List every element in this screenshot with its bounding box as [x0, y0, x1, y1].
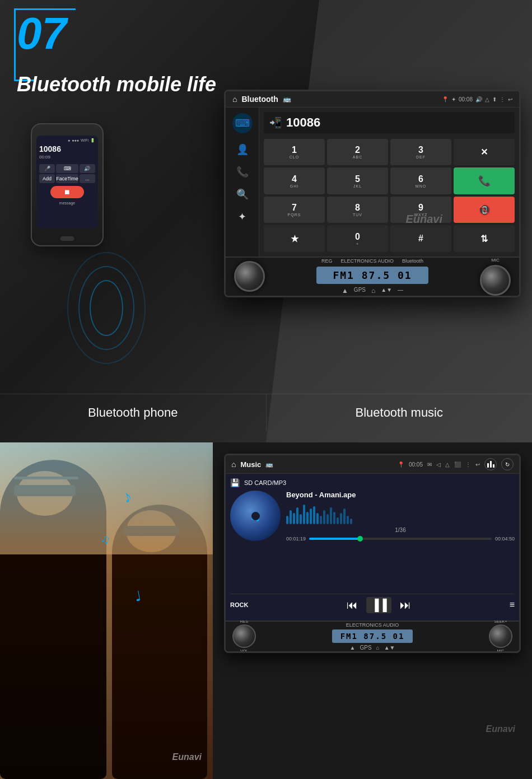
key-8[interactable]: 8 TUV: [327, 197, 388, 223]
home-icon[interactable]: ⌂: [232, 95, 237, 104]
key-4[interactable]: 4 GHI: [264, 167, 325, 194]
progress-thumb[interactable]: [357, 536, 363, 542]
music-vol-ctrl[interactable]: ▲▼: [384, 645, 395, 651]
music-content: ♫ Beyond - Amani.ape: [230, 491, 515, 590]
bluetooth-labels: Bluetooth phone Bluetooth music: [0, 394, 532, 431]
caller-display: 📲 10086: [264, 112, 515, 133]
play-pause-btn[interactable]: ▐▐: [366, 597, 391, 613]
car-keypad: 1 CLO 2 ABC 3 DEF: [264, 139, 515, 252]
music-right-knob[interactable]: [489, 624, 512, 648]
music-screen: ⌂ Music 🚌 📍 00:05 ✉ ◁ △ ⬛ ⋮ ↩: [226, 455, 519, 621]
status-time: 00:08: [459, 96, 473, 102]
car-unit-body: ⌂ Bluetooth 🚌 📍 ✦ 00:08 🔊 △ ⬆: [224, 90, 521, 297]
sd-icon: 💾: [230, 478, 240, 487]
vol-btn[interactable]: ▲▼: [381, 287, 392, 295]
music-header-right: 📍 00:05 ✉ ◁ △ ⬛ ⋮ ↩: [398, 458, 514, 470]
bt-wave-3: [67, 252, 146, 364]
music-header: ⌂ Music 🚌 📍 00:05 ✉ ◁ △ ⬛ ⋮ ↩: [226, 455, 519, 474]
music-body: 💾 SD CARD/MP3 ♫ Beyo: [226, 474, 519, 621]
car-display: REG ELECTRONICS AUDIO Bluetooth FM1 87.5…: [273, 258, 472, 295]
incoming-call-icon: 📲: [269, 116, 282, 129]
key-end-call[interactable]: 📵: [454, 197, 515, 223]
playlist-btn[interactable]: ≡: [510, 600, 515, 610]
watermark-bottom-right: Eunavi: [486, 724, 515, 734]
progress-bar[interactable]: [309, 538, 492, 540]
waveform: [286, 502, 515, 524]
album-center: [251, 512, 260, 520]
menu-bottom-btn[interactable]: —: [398, 287, 403, 295]
sidebar-icon-bluetooth[interactable]: ✦: [238, 211, 246, 223]
key-5[interactable]: 5 JKL: [327, 167, 388, 194]
music-gps-btn[interactable]: GPS: [360, 645, 371, 651]
music-progress: 00:01:19 00:04:50: [286, 536, 515, 542]
music-eject-btn[interactable]: ▲: [350, 645, 356, 651]
gps-btn[interactable]: GPS: [354, 287, 366, 295]
caller-number: 10086: [286, 115, 320, 130]
loop-toggle[interactable]: ↻: [501, 458, 514, 470]
back-icon[interactable]: ↩: [508, 96, 512, 102]
screen-body: ⌨ 👤 📞 🔍 ✦ 📲 10086: [226, 108, 519, 256]
photo-background: ♪ ♫ ♩ Eunavi: [0, 442, 213, 779]
music-controls: ROCK ⏮ ▐▐ ⏭ ≡: [230, 594, 515, 616]
music-source-bus-icon: 🚌: [265, 461, 273, 468]
top-section: 07 Bluetooth mobile life ●●●●WiFi🔋 10086…: [0, 0, 532, 442]
key-call[interactable]: 📞: [454, 167, 515, 194]
key-star[interactable]: ★: [264, 225, 325, 251]
phone-number: 10086: [39, 144, 95, 153]
music-screen-title: Music: [240, 460, 261, 469]
sidebar-icon-search[interactable]: 🔍: [236, 188, 249, 200]
header-left: ⌂ Bluetooth 🚌: [232, 95, 291, 104]
speaker-icon: 🔊: [475, 96, 482, 102]
eq-toggle[interactable]: [484, 458, 497, 470]
key-hash[interactable]: #: [390, 225, 451, 251]
sidebar-icon-contacts[interactable]: 👤: [236, 143, 249, 156]
music-source-bar: 💾 SD CARD/MP3: [230, 478, 515, 487]
key-0[interactable]: 0 +: [327, 225, 388, 251]
key-backspace[interactable]: ✕: [454, 139, 515, 165]
car-screen: ⌂ Bluetooth 🚌 📍 ✦ 00:08 🔊 △ ⬆: [226, 91, 519, 256]
next-btn[interactable]: ⏭: [400, 599, 411, 612]
music-fm-display: FM1 87.5 01: [332, 629, 413, 643]
music-back-icon[interactable]: ↩: [475, 461, 480, 468]
car-screen-header: ⌂ Bluetooth 🚌 📍 ✦ 00:08 🔊 △ ⬆: [226, 91, 519, 108]
mic-label-2: MIC: [497, 649, 505, 653]
bt-icon: ✦: [451, 96, 456, 102]
music-menu-icon[interactable]: ⋮: [465, 461, 471, 468]
music-mail-icon: ✉: [427, 461, 432, 468]
header-right: 📍 ✦ 00:08 🔊 △ ⬆ ⋮ ↩: [442, 96, 512, 102]
mic-label: MIC: [491, 258, 500, 263]
menu-icon[interactable]: ⋮: [500, 96, 505, 102]
sidebar-icon-calls[interactable]: 📞: [236, 166, 249, 178]
screen-title: Bluetooth: [241, 95, 278, 104]
prev-btn[interactable]: ⏮: [347, 599, 358, 612]
key-swap[interactable]: ⇅: [454, 225, 515, 251]
key-3[interactable]: 3 DEF: [390, 139, 451, 165]
phone-home-button[interactable]: [60, 236, 74, 241]
eject-btn[interactable]: ▲: [342, 287, 348, 295]
music-home-icon[interactable]: ⌂: [231, 460, 236, 469]
car-fm-display: FM1 87.5 01: [316, 267, 428, 284]
right-knob[interactable]: [480, 265, 511, 296]
key-6[interactable]: 6 MNO: [390, 167, 451, 194]
music-source-text: SD CARD/MP3: [244, 479, 286, 486]
key-2[interactable]: 2 ABC: [327, 139, 388, 165]
key-7[interactable]: 7 PQRS: [264, 197, 325, 223]
sidebar-icon-dialpad[interactable]: ⌨: [232, 113, 253, 133]
music-eject-icon: △: [445, 461, 450, 468]
phone-end-call-btn[interactable]: ⏹: [50, 186, 84, 198]
left-knob[interactable]: [234, 261, 265, 292]
home-btn[interactable]: ⌂: [371, 287, 375, 295]
section-number: 07: [17, 11, 67, 56]
music-home-btn[interactable]: ⌂: [376, 645, 380, 651]
key-1[interactable]: 1 CLO: [264, 139, 325, 165]
music-gps-icon: 📍: [398, 461, 404, 468]
car-head-unit: ⌂ Bluetooth 🚌 📍 ✦ 00:08 🔊 △ ⬆: [224, 90, 521, 297]
bluetooth-phone-label: Bluetooth phone: [0, 394, 267, 431]
music-left-knob[interactable]: [232, 624, 256, 648]
car-unit-controls: REG ELECTRONICS AUDIO Bluetooth FM1 87.5…: [226, 256, 519, 296]
car-dialer: 📲 10086 1 CLO: [259, 108, 519, 256]
watermark-top-right: Eunavi: [405, 213, 442, 226]
electronics-audio-label: ELECTRONICS AUDIO: [340, 258, 394, 264]
phone-screen: ●●●●WiFi🔋 10086 00:09 🎤 ⌨ 🔊 Add FaceTime…: [36, 136, 98, 228]
electronics-audio-label-2: ELECTRONICS AUDIO: [346, 622, 399, 628]
